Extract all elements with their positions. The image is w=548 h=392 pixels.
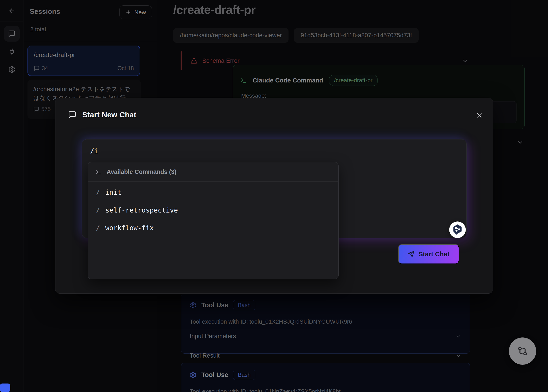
extension-logo-badge[interactable] xyxy=(449,222,466,238)
git-compare-fab[interactable] xyxy=(509,337,536,365)
git-compare-icon xyxy=(517,346,528,356)
command-option-self-retrospective[interactable]: / self-retrospective xyxy=(96,201,178,219)
command-autocomplete: Available Commands (3) / init / self-ret… xyxy=(88,162,339,279)
hexagon-share-logo-icon xyxy=(452,224,463,236)
available-commands-header: Available Commands (3) xyxy=(107,168,176,175)
command-name: init xyxy=(105,189,121,196)
start-chat-button[interactable]: Start Chat xyxy=(398,244,459,264)
command-name: self-retrospective xyxy=(105,206,178,214)
send-icon xyxy=(408,251,415,258)
close-icon[interactable] xyxy=(475,111,484,120)
command-name: workflow-fix xyxy=(105,224,154,232)
modal-title: Start New Chat xyxy=(82,110,136,119)
dropdown-divider xyxy=(88,182,338,182)
terminal-icon xyxy=(95,169,102,175)
command-option-init[interactable]: / init xyxy=(96,183,121,201)
start-new-chat-modal: Start New Chat /i Available Commands (3)… xyxy=(55,98,493,294)
chat-input-value: /i xyxy=(90,147,98,155)
slash-prefix: / xyxy=(96,189,100,196)
corner-indicator xyxy=(0,384,10,392)
slash-prefix: / xyxy=(96,206,100,214)
command-option-workflow-fix[interactable]: / workflow-fix xyxy=(96,219,154,237)
start-chat-label: Start Chat xyxy=(419,251,450,258)
slash-prefix: / xyxy=(96,224,100,232)
chat-bubble-icon xyxy=(68,111,77,119)
